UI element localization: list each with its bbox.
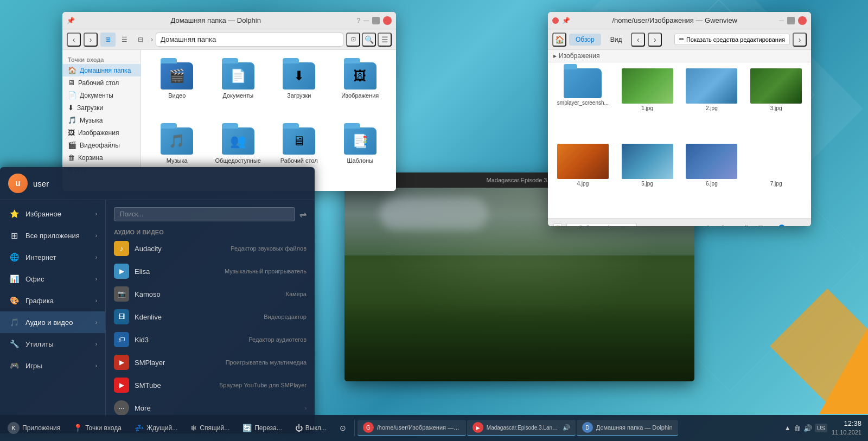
- sidebar-item-music[interactable]: 🎵 Музыка: [62, 114, 141, 126]
- taskbar-app-dolphin[interactable]: D Домашняя папка — Dolphin: [577, 420, 678, 436]
- taskbar-extra-btn[interactable]: ⊙: [334, 421, 352, 434]
- sidebar-item-home[interactable]: 🏠 Домашняя папка: [62, 64, 141, 76]
- gwenview-thumb-folder[interactable]: smplayer_screensh...: [552, 67, 614, 139]
- gwenview-panel-icon[interactable]: 📋: [553, 223, 562, 226]
- sidebar-item-downloads[interactable]: ⬇ Загрузки: [62, 101, 141, 114]
- search-input[interactable]: [114, 207, 295, 221]
- gwenview-expand-btn[interactable]: ›: [793, 33, 807, 47]
- taskbar-clock[interactable]: 12:38 11.10.2021: [832, 419, 861, 436]
- taskbar: K Приложения 📍 Точки входа 💤 Ждущий... ❄…: [0, 415, 868, 441]
- gwenview-edit-tools-btn[interactable]: ✏ Показать средства редактирования: [674, 34, 790, 45]
- app-audacity[interactable]: ♪ Audacity Редактор звуковых файлов: [106, 237, 315, 260]
- taskbar-hibernate-btn[interactable]: ❄ Спящий...: [185, 421, 235, 434]
- zoom-fit-icon[interactable]: ⊡: [758, 224, 763, 226]
- app-menu-columns: ⭐ Избранное › ⊞ Все приложения › 🌐 Интер…: [0, 200, 315, 433]
- sidebar-item-images[interactable]: 🖼 Изображения: [62, 126, 141, 139]
- gwenview-tab-overview[interactable]: Обзор: [569, 34, 601, 46]
- app-kdenlive[interactable]: 🎞 Kdenlive Видеоредактор: [106, 305, 315, 328]
- favorites-icon: ⭐: [8, 208, 20, 220]
- gwenview-close-btn[interactable]: [552, 17, 559, 24]
- file-video[interactable]: 🎬 Видео: [149, 58, 205, 118]
- category-all-apps[interactable]: ⊞ Все приложения ›: [0, 225, 105, 246]
- app-kamoso[interactable]: 📷 Kamoso Камера: [106, 283, 315, 305]
- folder-images-icon: 🖼: [344, 62, 376, 90]
- gwenview-minimize-icon[interactable]: ─: [779, 17, 784, 24]
- taskbar-restart-btn[interactable]: 🔄 Переза...: [237, 421, 288, 434]
- gwenview-thumb-3[interactable]: 3.jpg: [745, 67, 807, 139]
- taskbar-places-btn[interactable]: 📍 Точки входа: [68, 421, 127, 434]
- minimize-icon[interactable]: ─: [363, 16, 369, 25]
- app-smtube[interactable]: ▶ SMTube Браузер YouTube для SMPlayer: [106, 374, 315, 397]
- desktop-icon: 🖥: [68, 79, 75, 87]
- category-favorites[interactable]: ⭐ Избранное ›: [0, 203, 105, 225]
- close-button[interactable]: ✕: [383, 16, 392, 25]
- sidebar-item-documents[interactable]: 📄 Документы: [62, 89, 141, 101]
- gwenview-toolbar: 🏠 Обзор Вид ‹ › ✏ Показать средства реда…: [548, 29, 811, 50]
- category-internet[interactable]: 🌐 Интернет ›: [0, 246, 105, 268]
- gwenview-img-3: [750, 68, 802, 104]
- file-downloads[interactable]: ⬇ Загрузки: [271, 58, 327, 118]
- split-view-button[interactable]: ⊟: [133, 33, 148, 47]
- gwenview-thumb-7[interactable]: 7.jpg: [745, 142, 807, 214]
- gwenview-pin[interactable]: 📌: [562, 17, 570, 24]
- app-smplayer[interactable]: ▶ SMPlayer Проигрыватель мультимедиа: [106, 351, 315, 374]
- search-filter-icon[interactable]: ⇌: [299, 209, 307, 220]
- lang-indicator[interactable]: US: [815, 424, 827, 432]
- sidebar-item-desktop[interactable]: 🖥 Рабочий стол: [62, 76, 141, 89]
- gwenview-thumb-6[interactable]: 6.jpg: [681, 142, 743, 214]
- gwenview-back-btn[interactable]: ‹: [631, 33, 645, 47]
- tray-arrow-icon[interactable]: ▲: [784, 424, 791, 432]
- add-filter-button[interactable]: ⊕ Добавить фильтр ▾: [566, 223, 637, 227]
- volume-tray-icon[interactable]: 🔊: [803, 424, 812, 432]
- back-button[interactable]: ‹: [67, 33, 81, 47]
- breadcrumb-bar[interactable]: Домашняя папка: [156, 33, 343, 47]
- app-elisa[interactable]: ▶ Elisa Музыкальный проигрыватель: [106, 260, 315, 283]
- search-button[interactable]: 🔍: [362, 33, 376, 47]
- taskbar-app-menu-btn[interactable]: K Приложения: [2, 420, 66, 436]
- maximize-button[interactable]: □: [372, 17, 380, 24]
- taskbar-sleep-btn[interactable]: 💤 Ждущий...: [129, 421, 183, 434]
- gwenview-x-btn[interactable]: ✕: [798, 16, 807, 25]
- category-games-label: Игры: [25, 362, 42, 370]
- gwenview-thumb-4[interactable]: 4.jpg: [552, 142, 614, 214]
- folder-video-icon: 🎬: [161, 62, 193, 90]
- detail-view-button[interactable]: ☰: [117, 33, 132, 47]
- taskbar-app-video[interactable]: ▶ Madagascar.Episode.3.Land.of.Heat.and.…: [467, 420, 576, 436]
- dolphin-pin[interactable]: 📌: [67, 17, 75, 24]
- menu-button[interactable]: ☰: [378, 33, 392, 47]
- audacity-name: Audacity: [135, 245, 183, 253]
- taskbar-hibernate-label: Спящий...: [200, 424, 229, 432]
- file-documents[interactable]: 📄 Документы: [210, 58, 266, 118]
- split-button[interactable]: ⊡: [346, 33, 360, 47]
- category-office[interactable]: 📊 Офис ›: [0, 268, 105, 290]
- gwenview-forward-btn[interactable]: ›: [648, 33, 662, 47]
- video-volume-icon[interactable]: 🔊: [563, 424, 570, 431]
- app-menu: u user ⭐ Избранное › ⊞ Все приложения › …: [0, 167, 315, 433]
- category-graphics[interactable]: 🎨 Графика ›: [0, 290, 105, 311]
- category-audio-video[interactable]: 🎵 Аудио и видео ›: [0, 311, 105, 333]
- view-buttons: ⊞ ☰ ⊟: [100, 33, 148, 47]
- gwenview-thumb-1[interactable]: 1.jpg: [617, 67, 678, 139]
- sidebar-item-videos[interactable]: 🎬 Видеофайлы: [62, 139, 141, 151]
- icon-view-button[interactable]: ⊞: [100, 33, 116, 47]
- gwenview-maximize-btn[interactable]: [787, 17, 795, 24]
- zoom-expand-icon[interactable]: ⤢: [800, 224, 806, 226]
- video-taskbar-label: Madagascar.Episode.3.Land.of.Heat.and.Du…: [487, 425, 559, 431]
- taskbar-shutdown-btn[interactable]: ⏻ Выкл...: [290, 421, 332, 434]
- help-icon[interactable]: ?: [356, 17, 360, 24]
- category-games[interactable]: 🎮 Игры ›: [0, 355, 105, 376]
- images-icon: 🖼: [68, 129, 75, 137]
- gwenview-img-2-label: 2.jpg: [706, 105, 718, 111]
- category-utilities[interactable]: 🔧 Утилиты ›: [0, 333, 105, 355]
- trash-tray-icon[interactable]: 🗑: [794, 424, 801, 432]
- app-kid3[interactable]: 🏷 Kid3 Редактор аудиотегов: [106, 328, 315, 351]
- gwenview-home-btn[interactable]: 🏠: [552, 33, 566, 47]
- gwenview-thumb-5[interactable]: 5.jpg: [617, 142, 678, 214]
- gwenview-thumb-2[interactable]: 2.jpg: [681, 67, 743, 139]
- taskbar-app-gwenview[interactable]: G /home/user/Изображения — Gwenview: [358, 420, 466, 436]
- gwenview-tab-view[interactable]: Вид: [604, 34, 629, 46]
- sidebar-item-trash[interactable]: 🗑 Корзина: [62, 151, 141, 164]
- file-templates[interactable]: 📑 Шаблоны: [333, 123, 388, 183]
- forward-button[interactable]: ›: [84, 33, 98, 47]
- file-images[interactable]: 🖼 Изображения: [333, 58, 388, 118]
